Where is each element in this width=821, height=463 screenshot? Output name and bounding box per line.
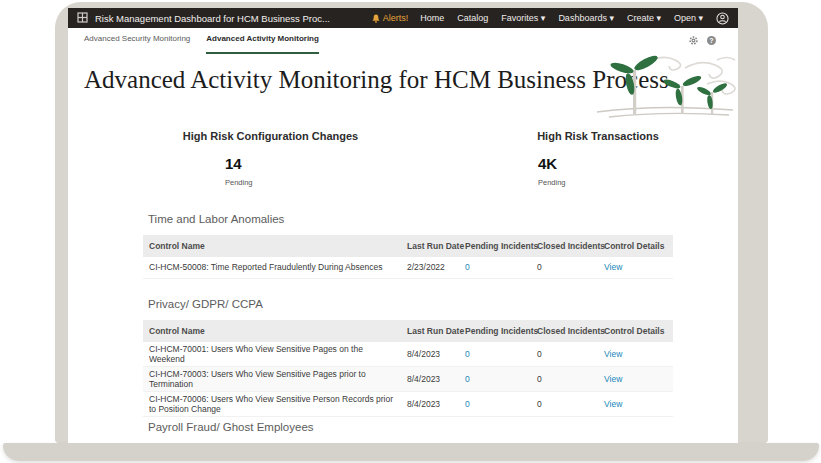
tab-advanced-activity-monitoring[interactable]: Advanced Activity Monitoring xyxy=(206,34,319,54)
view-control-details-link[interactable]: View xyxy=(604,374,622,384)
menu-item-open[interactable]: Open ▾ xyxy=(674,13,703,23)
cell-last-run-date: 8/4/2023 xyxy=(401,342,459,367)
cell-last-run-date: 2/23/2022 xyxy=(401,257,459,278)
section-title: Payroll Fraud/ Ghost Employees xyxy=(148,421,675,433)
controls-table: Control NameLast Run DatePending Inciden… xyxy=(143,320,673,417)
tab-advanced-security-monitoring[interactable]: Advanced Security Monitoring xyxy=(84,34,190,54)
cell-control-details: View xyxy=(598,392,673,417)
kpi-value: 4K xyxy=(538,155,703,172)
kpi-high-risk-configuration-changes: High Risk Configuration Changes14Pending xyxy=(163,130,378,187)
table-row: CI-HCM-70003: Users Who View Sensitive P… xyxy=(143,367,673,392)
bell-icon xyxy=(372,14,380,23)
kpi-value: 14 xyxy=(225,155,378,172)
controls-table: Control NameLast Run DatePending Inciden… xyxy=(143,235,673,279)
page-title: Advanced Activity Monitoring for HCM Bus… xyxy=(84,66,669,94)
top-navigation-bar: Risk Management Dashboard for HCM Busine… xyxy=(68,8,738,28)
menu-item-favorites[interactable]: Favorites ▾ xyxy=(501,13,545,23)
section-privacy-gdpr-ccpa: Privacy/ GDPR/ CCPAControl NameLast Run … xyxy=(143,298,675,417)
page-tabs: Advanced Security MonitoringAdvanced Act… xyxy=(84,34,335,54)
column-header-control-details: Control Details xyxy=(598,235,673,257)
kpi-high-risk-transactions: High Risk Transactions4KPending xyxy=(493,130,703,187)
column-header-control-details: Control Details xyxy=(598,320,673,342)
column-header-pending-incidents: Pending Incidents xyxy=(459,320,531,342)
section-time-and-labor-anomalies: Time and Labor AnomaliesControl NameLast… xyxy=(143,213,675,279)
menu-item-catalog[interactable]: Catalog xyxy=(457,13,488,23)
table-row: CI-HCM-70001: Users Who View Sensitive P… xyxy=(143,342,673,367)
cell-control-details: View xyxy=(598,342,673,367)
topbar-menu: HomeCatalogFavorites ▾Dashboards ▾Create… xyxy=(420,13,716,23)
column-header-last-run-date: Last Run Date xyxy=(401,235,459,257)
table-row: CI-HCM-70006: Users Who View Sensitive P… xyxy=(143,392,673,417)
table-row: CI-HCM-50008: Time Reported Fraudulently… xyxy=(143,257,673,278)
laptop-base xyxy=(3,443,819,461)
kpi-label: High Risk Configuration Changes xyxy=(163,130,378,142)
cell-closed-incidents: 0 xyxy=(531,367,598,392)
cell-last-run-date: 8/4/2023 xyxy=(401,367,459,392)
cell-last-run-date: 8/4/2023 xyxy=(401,392,459,417)
menu-item-create[interactable]: Create ▾ xyxy=(627,13,661,23)
page-tools: ? xyxy=(688,35,716,46)
laptop-mockup: Risk Management Dashboard for HCM Busine… xyxy=(0,0,821,463)
green-energy-illustration xyxy=(589,54,738,120)
column-header-pending-incidents: Pending Incidents xyxy=(459,235,531,257)
alerts-label: Alerts! xyxy=(383,13,409,23)
cell-control-name: CI-HCM-70001: Users Who View Sensitive P… xyxy=(143,342,401,367)
pending-incidents-link[interactable]: 0 xyxy=(465,349,470,359)
menu-item-dashboards[interactable]: Dashboards ▾ xyxy=(558,13,614,23)
gear-icon[interactable] xyxy=(688,35,699,46)
cell-pending-incidents: 0 xyxy=(459,342,531,367)
user-avatar-icon[interactable] xyxy=(716,12,729,25)
cell-pending-incidents: 0 xyxy=(459,257,531,278)
column-header-control-name: Control Name xyxy=(143,235,401,257)
pending-incidents-link[interactable]: 0 xyxy=(465,262,470,272)
help-icon[interactable]: ? xyxy=(707,36,716,45)
menu-item-home[interactable]: Home xyxy=(420,13,444,23)
section-payroll-fraud-ghost-employees: Payroll Fraud/ Ghost Employees xyxy=(143,421,675,443)
column-header-control-name: Control Name xyxy=(143,320,401,342)
view-control-details-link[interactable]: View xyxy=(604,262,622,272)
grid-icon[interactable] xyxy=(77,12,88,25)
cell-closed-incidents: 0 xyxy=(531,257,598,278)
section-title: Privacy/ GDPR/ CCPA xyxy=(148,298,675,310)
cell-control-name: CI-HCM-70006: Users Who View Sensitive P… xyxy=(143,392,401,417)
column-header-closed-incidents: Closed Incidents xyxy=(531,235,598,257)
cell-control-details: View xyxy=(598,257,673,278)
pending-incidents-link[interactable]: 0 xyxy=(465,399,470,409)
kpi-sublabel: Pending xyxy=(538,178,703,187)
table-header-row: Control NameLast Run DatePending Inciden… xyxy=(143,320,673,342)
pending-incidents-link[interactable]: 0 xyxy=(465,374,470,384)
column-header-closed-incidents: Closed Incidents xyxy=(531,320,598,342)
view-control-details-link[interactable]: View xyxy=(604,349,622,359)
cell-control-name: CI-HCM-70003: Users Who View Sensitive P… xyxy=(143,367,401,392)
cell-closed-incidents: 0 xyxy=(531,342,598,367)
view-control-details-link[interactable]: View xyxy=(604,399,622,409)
dashboard-window-title: Risk Management Dashboard for HCM Busine… xyxy=(95,13,330,24)
cell-control-details: View xyxy=(598,367,673,392)
kpi-sublabel: Pending xyxy=(225,178,378,187)
section-title: Time and Labor Anomalies xyxy=(148,213,675,225)
kpi-label: High Risk Transactions xyxy=(493,130,703,142)
cell-pending-incidents: 0 xyxy=(459,392,531,417)
cell-control-name: CI-HCM-50008: Time Reported Fraudulently… xyxy=(143,257,401,278)
table-header-row: Control NameLast Run DatePending Inciden… xyxy=(143,235,673,257)
cell-closed-incidents: 0 xyxy=(531,392,598,417)
dashboard-screen: Risk Management Dashboard for HCM Busine… xyxy=(68,8,738,443)
cell-pending-incidents: 0 xyxy=(459,367,531,392)
alerts-button[interactable]: Alerts! xyxy=(372,13,409,23)
column-header-last-run-date: Last Run Date xyxy=(401,320,459,342)
